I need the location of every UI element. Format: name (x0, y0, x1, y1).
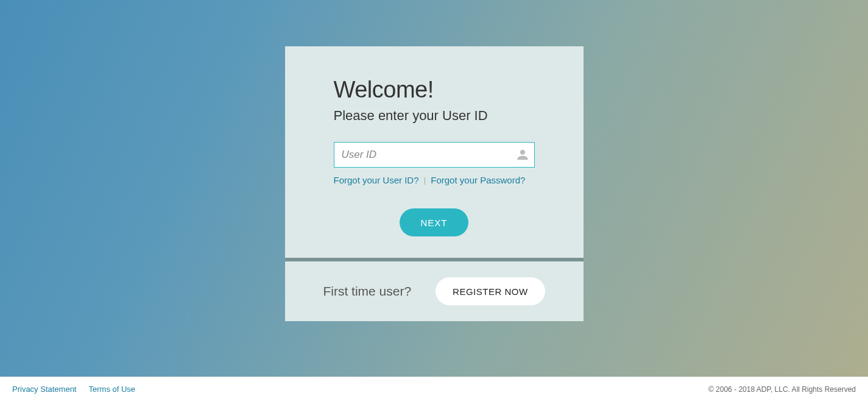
forgot-password-link[interactable]: Forgot your Password? (431, 175, 525, 185)
next-button[interactable]: NEXT (400, 208, 468, 236)
main-background: Welcome! Please enter your User ID Forgo… (0, 0, 868, 377)
user-id-input[interactable] (334, 142, 535, 168)
register-card: First time user? REGISTER NOW (285, 261, 584, 321)
footer: Privacy Statement Terms of Use © 2006 - … (0, 377, 868, 401)
register-now-button[interactable]: REGISTER NOW (436, 277, 545, 305)
forgot-links-row: Forgot your User ID? | Forgot your Passw… (334, 175, 535, 185)
welcome-subtitle: Please enter your User ID (334, 108, 535, 124)
next-button-row: NEXT (334, 208, 535, 236)
login-container: Welcome! Please enter your User ID Forgo… (285, 46, 584, 321)
terms-of-use-link[interactable]: Terms of Use (89, 385, 136, 394)
forgot-user-id-link[interactable]: Forgot your User ID? (334, 175, 419, 185)
footer-links: Privacy Statement Terms of Use (12, 385, 135, 394)
welcome-title: Welcome! (334, 77, 535, 103)
privacy-statement-link[interactable]: Privacy Statement (12, 385, 77, 394)
login-card: Welcome! Please enter your User ID Forgo… (285, 46, 584, 258)
user-id-input-wrapper (334, 142, 535, 168)
link-divider: | (424, 176, 426, 185)
copyright-text: © 2006 - 2018 ADP, LLC. All Rights Reser… (708, 385, 856, 394)
first-time-user-label: First time user? (323, 284, 411, 299)
user-icon (517, 149, 529, 161)
